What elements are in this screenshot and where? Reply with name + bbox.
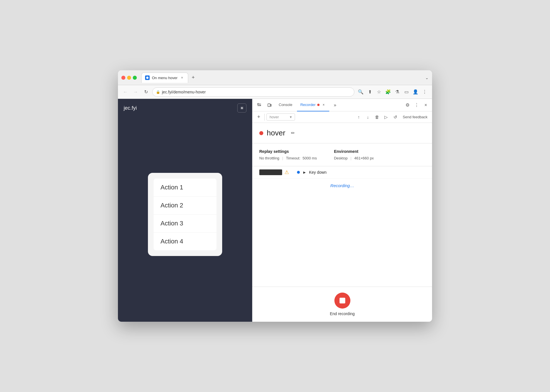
webpage-header: jec.fyi ☀ (118, 99, 252, 117)
search-icon[interactable]: 🔍 (357, 88, 365, 96)
svg-rect-1 (258, 103, 259, 105)
traffic-light-red[interactable] (121, 76, 125, 80)
edit-recording-name-button[interactable]: ✏ (289, 129, 297, 137)
end-recording-button[interactable] (334, 293, 350, 309)
forward-button[interactable]: → (132, 88, 140, 96)
add-recording-button[interactable]: + (255, 113, 263, 121)
recording-status: Recording… (252, 179, 432, 193)
devtools-action-buttons: ⚙ ⋮ × (404, 101, 430, 109)
import-recording-button[interactable]: ↓ (364, 113, 372, 121)
reload-button[interactable]: ↻ (142, 88, 150, 96)
menu-inner: Action 1 Action 2 Action 3 Action 4 (154, 179, 216, 250)
title-bar: On menu hover × + ⌄ (118, 70, 432, 85)
export-recording-button[interactable]: ↑ (355, 113, 363, 121)
recording-selector[interactable]: hover ▾ (266, 113, 295, 121)
menu-item-4[interactable]: Action 4 (154, 233, 216, 250)
event-timeline: ⚠ (259, 169, 294, 175)
tab-title: On menu hover (152, 76, 178, 80)
tab-close-button[interactable]: × (180, 75, 184, 80)
stop-icon (340, 298, 345, 303)
menu-item-3[interactable]: Action 3 (154, 215, 216, 233)
recorder-tab-close[interactable]: × (321, 103, 326, 107)
throttling-value: No throttling (259, 156, 279, 160)
event-warning-icon: ⚠ (284, 169, 289, 175)
replay-settings-label: Replay settings (259, 149, 317, 154)
recording-name-section: hover ✏ (252, 123, 432, 143)
recording-status-text: Recording… (330, 183, 354, 188)
browser-window: On menu hover × + ⌄ ← → ↻ 🔒 jec.fyi/demo… (118, 70, 432, 322)
recording-indicator-tab (317, 104, 320, 106)
sidebar-icon[interactable]: ▭ (402, 88, 410, 96)
bookmark-icon[interactable]: ☆ (375, 88, 383, 96)
menu-item-2[interactable]: Action 2 (154, 197, 216, 215)
webpage-panel: jec.fyi ☀ Action 1 Action 2 Action 3 Act… (118, 99, 252, 322)
extensions-icon[interactable]: 🧩 (384, 88, 392, 96)
event-expand-icon[interactable]: ▶ (303, 171, 306, 174)
dropdown-chevron-icon: ▾ (290, 115, 292, 119)
replay-settings-values: No throttling | Timeout: 5000 ms (259, 156, 317, 160)
traffic-light-green[interactable] (133, 76, 137, 80)
end-recording-label: End recording (330, 311, 355, 316)
tab-more-button[interactable]: ⌄ (425, 75, 429, 80)
recorder-action-icons: ↑ ↓ 🗑 ▷ ↺ Send feedback (355, 113, 430, 121)
timeout-value: 5000 ms (303, 156, 317, 160)
address-bar: ← → ↻ 🔒 jec.fyi/demo/menu-hover 🔍 ⬆ ☆ 🧩 … (118, 85, 432, 99)
lock-icon: 🔒 (156, 90, 160, 94)
delete-recording-button[interactable]: 🗑 (373, 113, 381, 121)
new-tab-button[interactable]: + (189, 74, 197, 82)
svg-rect-3 (270, 104, 271, 106)
traffic-light-yellow[interactable] (127, 76, 131, 80)
flask-icon[interactable]: ⚗ (393, 88, 401, 96)
console-tab[interactable]: Console (275, 99, 296, 111)
profile-icon[interactable]: 👤 (412, 88, 419, 96)
devtools-close-button[interactable]: × (422, 101, 430, 109)
menu-item-1[interactable]: Action 1 (154, 179, 216, 197)
tab-favicon (145, 75, 150, 80)
devtools-more-button[interactable]: ⋮ (413, 101, 421, 109)
address-input[interactable]: 🔒 jec.fyi/demo/menu-hover (152, 87, 354, 97)
svg-rect-2 (268, 104, 270, 107)
events-section: ⚠ ▶ Key down Recording… (252, 166, 432, 287)
browser-toolbar-icons: 🔍 ⬆ ☆ 🧩 ⚗ ▭ 👤 ⋮ (357, 88, 429, 96)
device-value: Desktop (334, 156, 348, 160)
settings-separator-1: | (282, 156, 283, 160)
content-area: jec.fyi ☀ Action 1 Action 2 Action 3 Act… (118, 99, 432, 322)
end-recording-section: End recording (252, 287, 432, 322)
environment-values: Desktop | 461×660 px (334, 156, 374, 160)
more-icon[interactable]: ⋮ (421, 88, 429, 96)
share-icon[interactable]: ⬆ (366, 88, 374, 96)
environment-group: Environment Desktop | 461×660 px (334, 149, 374, 160)
recorder-toolbar: + hover ▾ ↑ ↓ 🗑 ▷ ↺ Send feedback (252, 111, 432, 123)
theme-toggle-button[interactable]: ☀ (237, 103, 246, 113)
menu-container: Action 1 Action 2 Action 3 Action 4 (148, 173, 222, 256)
timeout-label: Timeout: (286, 156, 300, 160)
recorder-tab[interactable]: Recorder × (297, 99, 329, 111)
devtools-panel: Console Recorder × » ⚙ ⋮ × + (252, 99, 432, 322)
devtools-tabs: Console Recorder × » ⚙ ⋮ × (252, 99, 432, 111)
dimensions-value: 461×660 px (354, 156, 374, 160)
traffic-lights (121, 76, 137, 80)
environment-label: Environment (334, 149, 374, 154)
settings-section: Replay settings No throttling | Timeout:… (252, 143, 432, 166)
device-toolbar-button[interactable] (265, 101, 274, 110)
event-bar (259, 169, 282, 175)
webpage-logo: jec.fyi (124, 105, 137, 111)
toolbar-divider (264, 114, 265, 121)
recorder-tab-label: Recorder (300, 103, 316, 107)
replay-slow-button[interactable]: ↺ (391, 113, 399, 121)
settings-separator-2: | (350, 156, 351, 160)
recording-active-dot (259, 131, 263, 135)
send-feedback-link[interactable]: Send feedback (400, 114, 430, 120)
more-tabs-button[interactable]: » (330, 101, 340, 110)
recording-title: hover (267, 129, 285, 137)
event-row: ⚠ ▶ Key down (252, 166, 432, 179)
replay-settings-group: Replay settings No throttling | Timeout:… (259, 149, 317, 160)
devtools-settings-button[interactable]: ⚙ (404, 101, 412, 109)
menu-card: Action 1 Action 2 Action 3 Action 4 (148, 173, 222, 256)
back-button[interactable]: ← (121, 88, 129, 96)
browser-tab[interactable]: On menu hover × (141, 73, 188, 83)
tab-bar: On menu hover × + ⌄ (141, 73, 429, 83)
inspect-element-button[interactable] (255, 101, 264, 110)
event-name: Key down (309, 170, 326, 175)
replay-recording-button[interactable]: ▷ (382, 113, 390, 121)
